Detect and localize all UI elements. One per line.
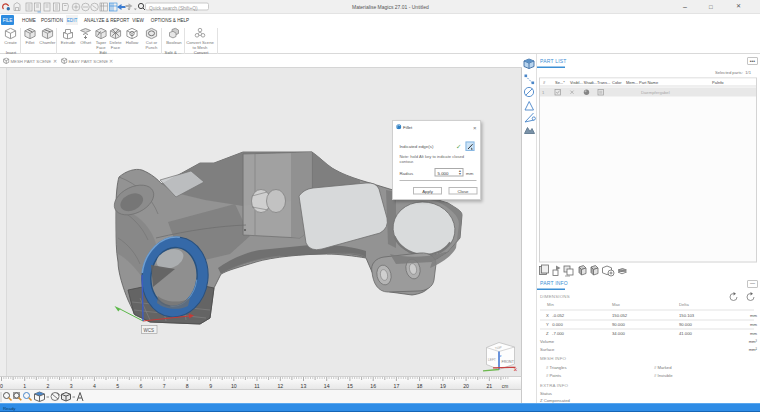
- svg-text:5: 5: [116, 383, 119, 389]
- svg-text:21: 21: [486, 383, 492, 389]
- svg-text:19: 19: [440, 383, 446, 389]
- svg-text:×: ×: [514, 366, 518, 373]
- svg-text:9: 9: [209, 383, 212, 389]
- svg-text:WCS: WCS: [144, 328, 155, 333]
- svg-text:3: 3: [70, 383, 73, 389]
- svg-text:20: 20: [463, 383, 469, 389]
- svg-text:7: 7: [163, 383, 166, 389]
- svg-text:16: 16: [370, 383, 376, 389]
- svg-text:18: 18: [417, 383, 423, 389]
- svg-text:6: 6: [139, 383, 142, 389]
- svg-text:1: 1: [23, 383, 26, 389]
- svg-text:z: z: [500, 353, 502, 358]
- svg-text:0: 0: [0, 383, 3, 389]
- svg-text:2: 2: [47, 383, 50, 389]
- svg-text:4: 4: [93, 383, 96, 389]
- svg-text:cm: cm: [502, 384, 508, 389]
- svg-text:15: 15: [347, 383, 353, 389]
- svg-text:11: 11: [254, 383, 259, 389]
- svg-text:8: 8: [186, 383, 189, 389]
- svg-text:12: 12: [277, 383, 283, 389]
- svg-text:FRONT: FRONT: [502, 360, 515, 364]
- svg-text:17: 17: [394, 383, 400, 389]
- svg-text:13: 13: [301, 383, 307, 389]
- svg-text:14: 14: [324, 383, 330, 389]
- svg-text:10: 10: [231, 383, 237, 389]
- svg-text:LEFT: LEFT: [488, 358, 496, 362]
